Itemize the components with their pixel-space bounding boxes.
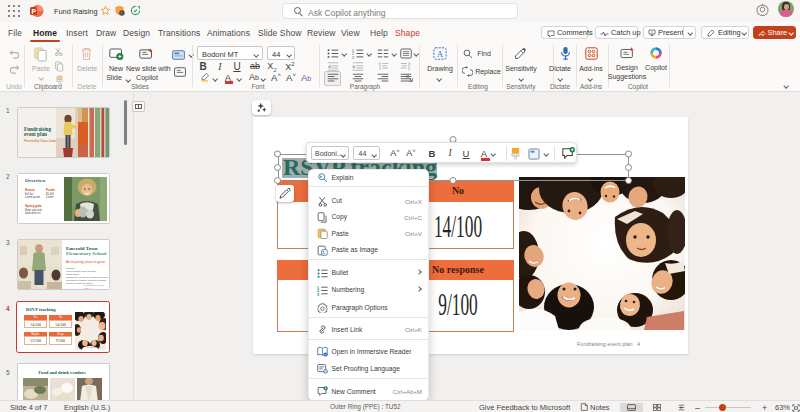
svg-text:3: 3 xyxy=(317,292,319,295)
svg-text:A: A xyxy=(437,49,444,59)
svg-text:!: ! xyxy=(121,11,122,16)
svg-text:3: 3 xyxy=(352,56,354,59)
svg-text:P: P xyxy=(32,8,37,15)
